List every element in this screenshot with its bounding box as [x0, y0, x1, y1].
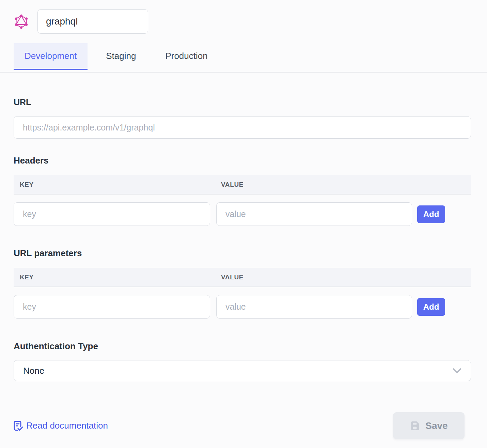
headers-label: Headers [14, 155, 471, 166]
url-parameters-column-value: VALUE [221, 274, 244, 281]
integration-name-input[interactable] [37, 9, 148, 34]
tab-bar-divider [0, 72, 487, 73]
headers-table-header: KEY VALUE [14, 175, 471, 195]
save-button[interactable]: Save [393, 412, 465, 439]
headers-input-row: Add [14, 202, 471, 226]
authentication-type-select[interactable]: None [14, 360, 471, 381]
headers-add-button[interactable]: Add [417, 205, 445, 223]
url-parameters-value-input[interactable] [216, 295, 412, 319]
save-icon [410, 420, 420, 431]
url-input[interactable] [14, 116, 471, 139]
integration-header [0, 0, 487, 34]
tab-development[interactable]: Development [14, 43, 88, 70]
url-parameters-add-button[interactable]: Add [417, 298, 445, 316]
url-parameters-key-input[interactable] [14, 295, 210, 319]
form-content: URL Headers KEY VALUE Add URL parameters… [0, 97, 487, 381]
url-label: URL [14, 97, 471, 107]
read-documentation-label: Read documentation [26, 420, 108, 431]
headers-column-key: KEY [20, 181, 34, 188]
headers-key-input[interactable] [14, 202, 210, 226]
headers-column-value: VALUE [221, 181, 244, 188]
graphql-logo-icon [14, 14, 29, 29]
save-button-label: Save [425, 420, 447, 431]
url-parameters-input-row: Add [14, 295, 471, 319]
tab-production[interactable]: Production [154, 43, 218, 70]
environment-tabs: Development Staging Production [0, 43, 487, 70]
footer: Read documentation Save [0, 412, 487, 439]
read-documentation-link[interactable]: Read documentation [14, 420, 108, 431]
url-parameters-label: URL parameters [14, 248, 471, 259]
chevron-down-icon [453, 368, 461, 373]
authentication-type-selected-value: None [23, 366, 44, 376]
authentication-type-label: Authentication Type [14, 341, 471, 352]
url-parameters-column-key: KEY [20, 274, 34, 281]
url-parameters-table-header: KEY VALUE [14, 268, 471, 287]
headers-value-input[interactable] [216, 202, 412, 226]
tab-staging[interactable]: Staging [95, 43, 147, 70]
document-check-icon [14, 420, 23, 431]
